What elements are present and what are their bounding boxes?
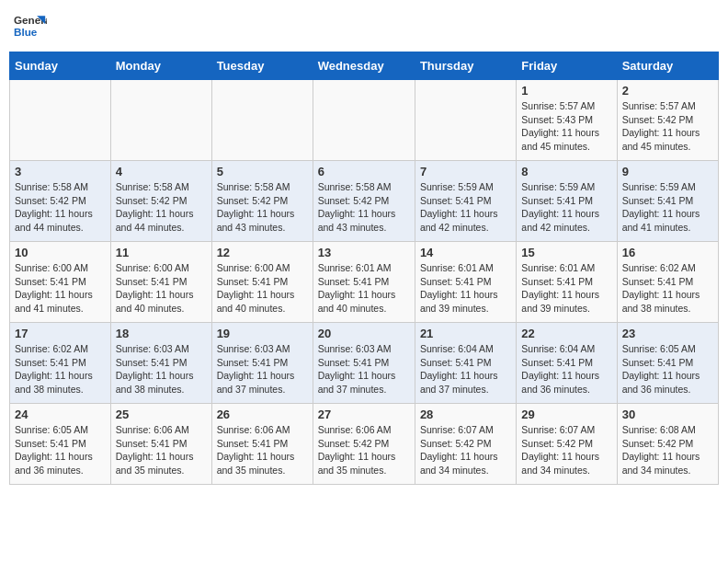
calendar-cell [415, 80, 516, 161]
day-info: Sunrise: 6:00 AMSunset: 5:41 PMDaylight:… [116, 261, 207, 316]
calendar-cell: 18Sunrise: 6:03 AMSunset: 5:41 PMDayligh… [110, 323, 211, 404]
calendar-cell: 25Sunrise: 6:06 AMSunset: 5:41 PMDayligh… [110, 404, 211, 485]
calendar-cell [211, 80, 313, 161]
logo-icon: General Blue [14, 9, 47, 42]
calendar-cell: 8Sunrise: 5:59 AMSunset: 5:41 PMDaylight… [517, 161, 617, 242]
day-info: Sunrise: 6:04 AMSunset: 5:41 PMDaylight:… [420, 342, 511, 396]
day-number: 1 [521, 84, 611, 98]
day-number: 16 [622, 246, 713, 259]
day-number: 2 [622, 84, 713, 98]
day-info: Sunrise: 6:03 AMSunset: 5:41 PMDaylight:… [116, 342, 207, 396]
day-info: Sunrise: 6:01 AMSunset: 5:41 PMDaylight:… [318, 261, 410, 316]
day-number: 29 [521, 408, 611, 421]
day-number: 11 [116, 246, 207, 259]
day-number: 19 [217, 327, 308, 340]
day-info: Sunrise: 6:03 AMSunset: 5:41 PMDaylight:… [318, 342, 410, 396]
calendar-cell: 19Sunrise: 6:03 AMSunset: 5:41 PMDayligh… [211, 323, 313, 404]
day-number: 6 [318, 165, 410, 178]
header-day: Friday [517, 52, 617, 80]
calendar-cell: 2Sunrise: 5:57 AMSunset: 5:42 PMDaylight… [617, 80, 718, 161]
header-row: SundayMondayTuesdayWednesdayThursdayFrid… [10, 52, 719, 80]
calendar-cell: 14Sunrise: 6:01 AMSunset: 5:41 PMDayligh… [415, 242, 516, 323]
calendar-week: 3Sunrise: 5:58 AMSunset: 5:42 PMDaylight… [10, 161, 719, 242]
calendar-cell: 26Sunrise: 6:06 AMSunset: 5:41 PMDayligh… [211, 404, 313, 485]
calendar-cell: 10Sunrise: 6:00 AMSunset: 5:41 PMDayligh… [10, 242, 111, 323]
day-info: Sunrise: 6:05 AMSunset: 5:41 PMDaylight:… [15, 423, 106, 477]
day-number: 24 [15, 408, 106, 421]
day-number: 14 [420, 246, 511, 259]
calendar-cell: 16Sunrise: 6:02 AMSunset: 5:41 PMDayligh… [617, 242, 718, 323]
calendar-cell: 6Sunrise: 5:58 AMSunset: 5:42 PMDaylight… [313, 161, 415, 242]
day-info: Sunrise: 6:05 AMSunset: 5:41 PMDaylight:… [622, 342, 713, 396]
day-info: Sunrise: 6:01 AMSunset: 5:41 PMDaylight:… [521, 261, 611, 316]
calendar-cell: 27Sunrise: 6:06 AMSunset: 5:42 PMDayligh… [313, 404, 415, 485]
calendar-table: SundayMondayTuesdayWednesdayThursdayFrid… [9, 52, 719, 485]
day-info: Sunrise: 6:04 AMSunset: 5:41 PMDaylight:… [521, 342, 611, 396]
day-info: Sunrise: 6:07 AMSunset: 5:42 PMDaylight:… [521, 423, 611, 477]
calendar-cell: 22Sunrise: 6:04 AMSunset: 5:41 PMDayligh… [517, 323, 617, 404]
header-day: Saturday [617, 52, 718, 80]
calendar-cell [10, 80, 111, 161]
day-info: Sunrise: 6:02 AMSunset: 5:41 PMDaylight:… [15, 342, 106, 396]
day-info: Sunrise: 6:00 AMSunset: 5:41 PMDaylight:… [15, 261, 106, 316]
calendar-body: 1Sunrise: 5:57 AMSunset: 5:43 PMDaylight… [10, 80, 719, 485]
day-info: Sunrise: 5:58 AMSunset: 5:42 PMDaylight:… [318, 180, 410, 235]
header-day: Tuesday [211, 52, 313, 80]
day-info: Sunrise: 6:07 AMSunset: 5:42 PMDaylight:… [420, 423, 511, 477]
svg-text:Blue: Blue [14, 26, 38, 38]
day-number: 7 [420, 165, 511, 178]
calendar-cell: 1Sunrise: 5:57 AMSunset: 5:43 PMDaylight… [517, 80, 617, 161]
day-info: Sunrise: 6:00 AMSunset: 5:41 PMDaylight:… [217, 261, 308, 316]
calendar-week: 10Sunrise: 6:00 AMSunset: 5:41 PMDayligh… [10, 242, 719, 323]
calendar-cell: 12Sunrise: 6:00 AMSunset: 5:41 PMDayligh… [211, 242, 313, 323]
day-number: 9 [622, 165, 713, 178]
day-info: Sunrise: 6:01 AMSunset: 5:41 PMDaylight:… [420, 261, 511, 316]
calendar-cell: 3Sunrise: 5:58 AMSunset: 5:42 PMDaylight… [10, 161, 111, 242]
day-number: 10 [15, 246, 106, 259]
header-day: Wednesday [313, 52, 415, 80]
day-number: 30 [622, 408, 713, 421]
header-day: Monday [110, 52, 211, 80]
calendar-cell: 21Sunrise: 6:04 AMSunset: 5:41 PMDayligh… [415, 323, 516, 404]
day-info: Sunrise: 5:57 AMSunset: 5:43 PMDaylight:… [521, 99, 611, 154]
day-number: 3 [15, 165, 106, 178]
calendar-cell: 4Sunrise: 5:58 AMSunset: 5:42 PMDaylight… [110, 161, 211, 242]
calendar-cell: 24Sunrise: 6:05 AMSunset: 5:41 PMDayligh… [10, 404, 111, 485]
day-number: 22 [521, 327, 611, 340]
calendar-cell: 23Sunrise: 6:05 AMSunset: 5:41 PMDayligh… [617, 323, 718, 404]
day-number: 25 [116, 408, 207, 421]
day-number: 26 [217, 408, 308, 421]
calendar-week: 17Sunrise: 6:02 AMSunset: 5:41 PMDayligh… [10, 323, 719, 404]
day-info: Sunrise: 5:59 AMSunset: 5:41 PMDaylight:… [622, 180, 713, 235]
calendar-cell: 30Sunrise: 6:08 AMSunset: 5:42 PMDayligh… [617, 404, 718, 485]
day-number: 17 [15, 327, 106, 340]
day-number: 4 [116, 165, 207, 178]
day-info: Sunrise: 5:58 AMSunset: 5:42 PMDaylight:… [15, 180, 106, 235]
calendar-cell: 20Sunrise: 6:03 AMSunset: 5:41 PMDayligh… [313, 323, 415, 404]
day-info: Sunrise: 5:58 AMSunset: 5:42 PMDaylight:… [116, 180, 207, 235]
day-number: 28 [420, 408, 511, 421]
page-header: General Blue [9, 9, 719, 42]
calendar-week: 1Sunrise: 5:57 AMSunset: 5:43 PMDaylight… [10, 80, 719, 161]
calendar-cell: 5Sunrise: 5:58 AMSunset: 5:42 PMDaylight… [211, 161, 313, 242]
day-number: 27 [318, 408, 410, 421]
day-info: Sunrise: 6:03 AMSunset: 5:41 PMDaylight:… [217, 342, 308, 396]
day-info: Sunrise: 5:59 AMSunset: 5:41 PMDaylight:… [521, 180, 611, 235]
calendar-cell: 11Sunrise: 6:00 AMSunset: 5:41 PMDayligh… [110, 242, 211, 323]
day-number: 23 [622, 327, 713, 340]
day-number: 21 [420, 327, 511, 340]
calendar-cell [313, 80, 415, 161]
day-info: Sunrise: 6:02 AMSunset: 5:41 PMDaylight:… [622, 261, 713, 316]
day-number: 5 [217, 165, 308, 178]
day-info: Sunrise: 5:59 AMSunset: 5:41 PMDaylight:… [420, 180, 511, 235]
day-info: Sunrise: 6:06 AMSunset: 5:41 PMDaylight:… [217, 423, 308, 477]
calendar-cell: 15Sunrise: 6:01 AMSunset: 5:41 PMDayligh… [517, 242, 617, 323]
calendar-cell: 13Sunrise: 6:01 AMSunset: 5:41 PMDayligh… [313, 242, 415, 323]
calendar-week: 24Sunrise: 6:05 AMSunset: 5:41 PMDayligh… [10, 404, 719, 485]
calendar-cell: 9Sunrise: 5:59 AMSunset: 5:41 PMDaylight… [617, 161, 718, 242]
calendar-cell: 28Sunrise: 6:07 AMSunset: 5:42 PMDayligh… [415, 404, 516, 485]
day-number: 13 [318, 246, 410, 259]
day-number: 18 [116, 327, 207, 340]
day-number: 20 [318, 327, 410, 340]
day-info: Sunrise: 5:57 AMSunset: 5:42 PMDaylight:… [622, 99, 713, 154]
